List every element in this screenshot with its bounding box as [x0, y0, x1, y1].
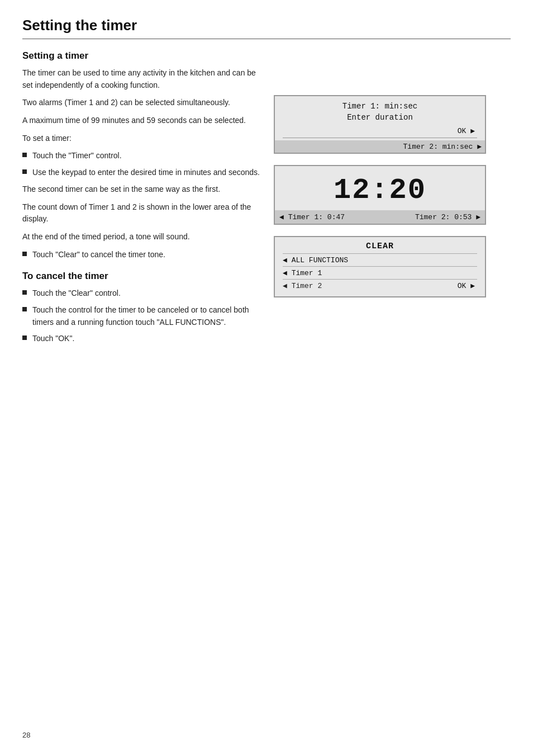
- cancel-bullet3: Touch "OK".: [22, 333, 263, 345]
- screen1: Timer 1: min:sec Enter duration OK ▶ Tim…: [274, 95, 486, 154]
- screen1-timer2-label: Timer 2: min:sec ▶: [275, 140, 485, 153]
- bullet2: Use the keypad to enter the desired time…: [22, 167, 263, 179]
- screen3-timer2-label: ◀ Timer 2: [283, 281, 322, 290]
- para6: The count down of Timer 1 and 2 is shown…: [22, 201, 263, 225]
- screen2-timer1-label: ◀ Timer 1: 0:47: [279, 212, 345, 221]
- screen3-all-functions: ◀ ALL FUNCTIONS: [283, 253, 477, 266]
- bullet-last: Touch "Clear" to cancel the timer tone.: [22, 249, 263, 261]
- para1: The timer can be used to time any activi…: [22, 67, 263, 91]
- bullet-icon: [22, 252, 27, 256]
- screen2-bottom-bar: ◀ Timer 1: 0:47 Timer 2: 0:53 ▶: [275, 210, 485, 224]
- bullet-icon: [22, 307, 27, 311]
- screen3-timer1-row: ◀ Timer 1: [283, 266, 477, 279]
- para4: To set a timer:: [22, 133, 263, 145]
- page-title: Setting the timer: [22, 17, 511, 39]
- cancel-bullet1: Touch the "Clear" control.: [22, 287, 263, 300]
- section1-heading: Setting a timer: [22, 50, 263, 62]
- page-number: 28: [22, 731, 30, 739]
- screen2: 12:20 ◀ Timer 1: 0:47 Timer 2: 0:53 ▶: [274, 165, 486, 225]
- screen2-time-display: 12:20: [283, 174, 477, 207]
- bullet-icon: [22, 290, 27, 295]
- cancel-bullet2: Touch the control for the timer to be ca…: [22, 304, 263, 328]
- bullet-icon: [22, 336, 27, 340]
- section2-heading: To cancel the timer: [22, 271, 263, 282]
- screen1-timer1-label: Timer 1: min:sec: [283, 102, 477, 111]
- screen3-ok-label: OK ▶: [458, 281, 477, 290]
- screen3-timer2-row: ◀ Timer 2 OK ▶: [283, 279, 477, 292]
- screen2-timer2-label: Timer 2: 0:53 ▶: [415, 212, 480, 221]
- para2: Two alarms (Timer 1 and 2) can be select…: [22, 97, 263, 109]
- para7: At the end of the timed period, a tone w…: [22, 231, 263, 243]
- screen3-clear-title: CLEAR: [283, 242, 477, 251]
- bullet-icon: [22, 153, 27, 157]
- screen3: CLEAR ◀ ALL FUNCTIONS ◀ Timer 1 ◀ Timer …: [274, 236, 486, 297]
- bullet1: Touch the "Timer" control.: [22, 150, 263, 162]
- bullet-icon: [22, 169, 27, 174]
- para3: A maximum time of 99 minutes and 59 seco…: [22, 115, 263, 127]
- screen1-enter-label: Enter duration: [283, 113, 477, 122]
- para5: The second timer can be set in the same …: [22, 183, 263, 196]
- screen1-ok-label: OK ▶: [283, 126, 477, 135]
